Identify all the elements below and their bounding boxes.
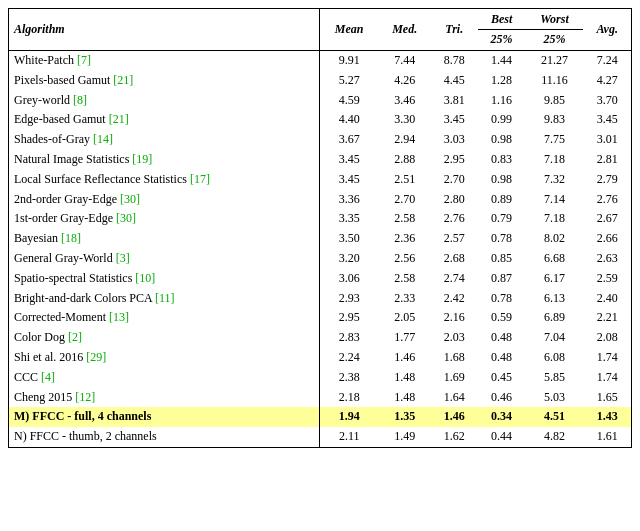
median-cell: 7.44 [378,50,431,70]
avg-cell: 4.27 [583,70,631,90]
reference-link: [3] [116,251,130,265]
mean-cell: 2.95 [320,308,379,328]
table-row: Pixels-based Gamut [21]5.274.264.451.281… [9,70,632,90]
median-cell: 2.51 [378,169,431,189]
table-row: Spatio-spectral Statistics [10]3.062.582… [9,268,632,288]
worst25-cell: 8.02 [526,229,584,249]
algorithm-cell: M) FFCC - full, 4 channels [9,407,320,427]
avg-cell: 1.65 [583,387,631,407]
median-cell: 2.36 [378,229,431,249]
reference-link: [21] [113,73,133,87]
avg-cell: 3.45 [583,110,631,130]
reference-link: [12] [75,390,95,404]
worst25-cell: 6.17 [526,268,584,288]
reference-link: [2] [68,330,82,344]
median-cell: 1.46 [378,348,431,368]
median-cell: 2.33 [378,288,431,308]
mean-cell: 2.24 [320,348,379,368]
table-row: White-Patch [7]9.917.448.781.4421.277.24 [9,50,632,70]
best25-cell: 0.59 [478,308,526,328]
algorithm-cell: Bayesian [18] [9,229,320,249]
mean-cell: 3.50 [320,229,379,249]
median-cell: 1.49 [378,427,431,447]
reference-link: [29] [86,350,106,364]
trimean-cell: 2.68 [431,249,478,269]
worst25-cell: 5.85 [526,367,584,387]
best25-cell: 0.83 [478,150,526,170]
worst25-cell: 4.51 [526,407,584,427]
avg-cell: 3.01 [583,130,631,150]
trimean-cell: 2.16 [431,308,478,328]
table-row: Cheng 2015 [12]2.181.481.640.465.031.65 [9,387,632,407]
trimean-cell: 3.45 [431,110,478,130]
algorithm-cell: Color Dog [2] [9,328,320,348]
mean-cell: 5.27 [320,70,379,90]
algorithm-cell: White-Patch [7] [9,50,320,70]
median-cell: 2.58 [378,209,431,229]
best25-cell: 1.16 [478,90,526,110]
mean-cell: 4.40 [320,110,379,130]
worst25-cell: 7.18 [526,150,584,170]
algorithm-header: Algorithm [9,9,320,51]
mean-cell: 3.45 [320,150,379,170]
mean-cell: 2.83 [320,328,379,348]
mean-cell: 3.45 [320,169,379,189]
worst25-cell: 7.04 [526,328,584,348]
best25-header: Best [478,9,526,30]
trimean-cell: 2.76 [431,209,478,229]
avg-cell: 2.76 [583,189,631,209]
table-row: Corrected-Moment [13]2.952.052.160.596.8… [9,308,632,328]
table-row: N) FFCC - thumb, 2 channels2.111.491.620… [9,427,632,447]
median-cell: 3.30 [378,110,431,130]
algorithm-cell: Local Surface Reflectance Statistics [17… [9,169,320,189]
reference-link: [13] [109,310,129,324]
algorithm-cell: Corrected-Moment [13] [9,308,320,328]
worst25-cell: 9.85 [526,90,584,110]
median-header: Med. [378,9,431,51]
table-row: Local Surface Reflectance Statistics [17… [9,169,632,189]
worst25-cell: 6.08 [526,348,584,368]
avg-cell: 3.70 [583,90,631,110]
worst25-cell: 6.68 [526,249,584,269]
best25-cell: 0.87 [478,268,526,288]
avg-cell: 7.24 [583,50,631,70]
reference-link: [21] [109,112,129,126]
avg-cell: 2.66 [583,229,631,249]
algorithm-cell: 2nd-order Gray-Edge [30] [9,189,320,209]
best25-cell: 0.45 [478,367,526,387]
best25-cell: 1.44 [478,50,526,70]
best25-cell: 0.48 [478,328,526,348]
avg-cell: 2.40 [583,288,631,308]
trimean-cell: 1.68 [431,348,478,368]
best25-cell: 0.46 [478,387,526,407]
worst25-cell: 4.82 [526,427,584,447]
algorithm-cell: N) FFCC - thumb, 2 channels [9,427,320,447]
worst25-header: Worst [526,9,584,30]
reference-link: [4] [41,370,55,384]
best25-cell: 0.44 [478,427,526,447]
trimean-cell: 2.95 [431,150,478,170]
avg-cell: 1.43 [583,407,631,427]
worst25-sub-header: 25% [526,29,584,50]
mean-header: Mean [320,9,379,51]
best25-cell: 0.79 [478,209,526,229]
best25-cell: 0.48 [478,348,526,368]
mean-cell: 2.93 [320,288,379,308]
median-cell: 2.88 [378,150,431,170]
avg-cell: 1.61 [583,427,631,447]
best25-cell: 0.34 [478,407,526,427]
trimean-cell: 1.64 [431,387,478,407]
trimean-cell: 3.03 [431,130,478,150]
median-cell: 2.05 [378,308,431,328]
mean-cell: 2.18 [320,387,379,407]
mean-cell: 2.11 [320,427,379,447]
reference-link: [7] [77,53,91,67]
table-row: CCC [4]2.381.481.690.455.851.74 [9,367,632,387]
mean-cell: 4.59 [320,90,379,110]
trimean-cell: 2.03 [431,328,478,348]
algorithm-cell: Edge-based Gamut [21] [9,110,320,130]
algorithm-cell: Grey-world [8] [9,90,320,110]
trimean-header: Tri. [431,9,478,51]
mean-cell: 3.36 [320,189,379,209]
worst25-cell: 7.18 [526,209,584,229]
